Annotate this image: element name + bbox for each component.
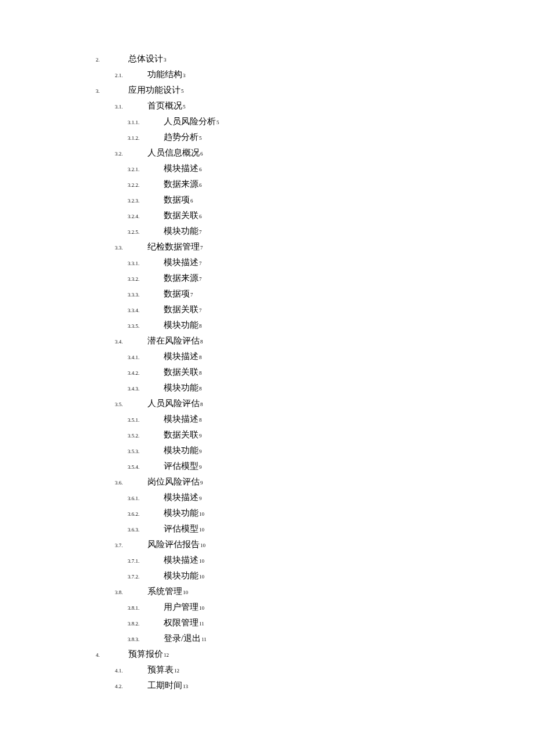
toc-entry: 3.8.1.用户管理10 xyxy=(96,599,534,615)
toc-entry: 3.1.2.趋势分析5 xyxy=(96,129,534,145)
toc-entry-number: 3.5.2. xyxy=(128,428,164,444)
toc-entry-page: 10 xyxy=(199,569,204,585)
toc-entry-number: 3.7. xyxy=(115,538,147,554)
toc-entry-page: 3 xyxy=(183,68,186,84)
toc-entry: 3.8.系统管理10 xyxy=(96,584,534,599)
toc-entry: 3.5.人员风险评估8 xyxy=(96,396,534,411)
toc-entry-page: 9 xyxy=(199,460,202,475)
toc-entry-title: 数据关联 xyxy=(164,364,199,380)
toc-entry-title: 总体设计 xyxy=(128,51,163,67)
toc-entry: 3.6.2.模块功能10 xyxy=(96,505,534,521)
toc-entry-title: 模块描述 xyxy=(164,349,199,364)
toc-entry-number: 3.6.3. xyxy=(128,522,164,538)
toc-entry-number: 3.8.2. xyxy=(128,616,164,632)
toc-entry-title: 评估模型 xyxy=(164,458,199,474)
toc-entry-title: 趋势分析 xyxy=(164,129,199,145)
toc-entry: 2.总体设计3 xyxy=(96,51,534,67)
toc-entry-title: 潜在风险评估 xyxy=(147,333,200,349)
toc-entry-number: 3.3.3. xyxy=(128,287,164,303)
toc-entry-page: 6 xyxy=(200,146,203,162)
toc-entry-page: 8 xyxy=(199,413,202,428)
toc-entry-number: 3.8. xyxy=(115,585,147,601)
toc-entry-page: 12 xyxy=(174,663,179,679)
toc-entry-page: 9 xyxy=(200,475,203,491)
toc-entry-page: 11 xyxy=(201,632,207,648)
toc-entry-title: 岗位风险评估 xyxy=(147,474,200,490)
toc-entry-page: 6 xyxy=(199,162,202,178)
toc-entry: 3.6.1.模块描述9 xyxy=(96,490,534,505)
toc-entry-title: 纪检数据管理 xyxy=(147,239,200,255)
toc-entry-title: 模块描述 xyxy=(164,552,199,568)
toc-entry: 3.1.首页概况5 xyxy=(96,98,534,114)
toc-entry-title: 模块功能 xyxy=(164,568,199,584)
toc-entry: 3.2.5.模块功能7 xyxy=(96,223,534,239)
toc-entry-title: 首页概况 xyxy=(147,98,182,114)
toc-entry-title: 模块功能 xyxy=(164,380,199,396)
toc-entry-page: 8 xyxy=(199,319,202,334)
toc-entry: 3.7.2.模块功能10 xyxy=(96,568,534,584)
toc-entry: 3.4.2.数据关联8 xyxy=(96,364,534,380)
toc-entry-title: 人员风险分析 xyxy=(164,114,216,129)
toc-entry-number: 3.1. xyxy=(115,99,147,115)
toc-entry-page: 8 xyxy=(200,397,203,413)
toc-entry: 3.5.3.模块功能9 xyxy=(96,443,534,458)
toc-entry-page: 10 xyxy=(199,522,204,538)
toc-entry: 3.3.5.模块功能8 xyxy=(96,317,534,333)
toc-entry-title: 模块描述 xyxy=(164,411,199,427)
toc-entry-page: 13 xyxy=(183,679,188,694)
toc-entry: 3.4.3.模块功能8 xyxy=(96,380,534,396)
toc-entry-page: 7 xyxy=(200,240,203,256)
toc-entry-page: 8 xyxy=(199,381,202,397)
toc-entry-page: 9 xyxy=(199,444,202,460)
toc-entry: 3.5.4.评估模型9 xyxy=(96,458,534,474)
toc-entry-page: 5 xyxy=(181,84,184,99)
toc-entry: 3.3.3.数据项7 xyxy=(96,286,534,302)
toc-entry: 3.3.4.数据关联7 xyxy=(96,302,534,317)
toc-entry-number: 3.4. xyxy=(115,334,147,350)
toc-entry-page: 10 xyxy=(199,601,204,616)
toc-entry-page: 8 xyxy=(199,366,202,381)
toc-entry-page: 12 xyxy=(164,648,169,663)
toc-entry-page: 7 xyxy=(190,287,193,303)
toc-entry-title: 风险评估报告 xyxy=(147,537,200,552)
toc-entry-title: 数据关联 xyxy=(164,208,199,223)
toc-entry-title: 应用功能设计 xyxy=(128,82,181,98)
toc-entry-title: 人员风险评估 xyxy=(147,396,200,411)
toc-entry-title: 模块功能 xyxy=(164,317,199,333)
toc-entry-number: 3.7.1. xyxy=(128,554,164,569)
toc-entry-number: 3. xyxy=(96,84,128,99)
toc-entry: 3.6.3.评估模型10 xyxy=(96,521,534,537)
toc-entry: 3.2.3.数据项6 xyxy=(96,192,534,208)
toc-entry-number: 3.2.5. xyxy=(128,225,164,240)
toc-entry-number: 3.6. xyxy=(115,475,147,491)
toc-entry-number: 3.6.1. xyxy=(128,491,164,507)
toc-entry-title: 用户管理 xyxy=(164,599,199,615)
toc-entry-page: 7 xyxy=(199,272,202,287)
toc-entry-page: 10 xyxy=(183,585,188,601)
toc-entry: 3.3.1.模块描述7 xyxy=(96,255,534,270)
toc-entry-number: 4.2. xyxy=(115,679,147,694)
toc-entry-number: 3.4.3. xyxy=(128,381,164,397)
toc-entry-title: 预算报价 xyxy=(128,646,163,662)
toc-entry-title: 数据来源 xyxy=(164,270,199,286)
toc-entry-title: 系统管理 xyxy=(147,584,182,599)
toc-entry-number: 3.2. xyxy=(115,146,147,162)
toc-entry-number: 4.1. xyxy=(115,663,147,679)
toc-entry-title: 权限管理 xyxy=(164,615,199,631)
toc-entry: 3.8.2.权限管理11 xyxy=(96,615,534,631)
toc-entry-page: 5 xyxy=(183,99,186,115)
toc-entry-number: 3.2.1. xyxy=(128,162,164,178)
toc-entry: 2.1.功能结构3 xyxy=(96,67,534,82)
toc-entry-page: 8 xyxy=(199,350,202,366)
toc-entry-title: 数据关联 xyxy=(164,302,199,317)
toc-entry: 3.7.1.模块描述10 xyxy=(96,552,534,568)
toc-entry-title: 模块功能 xyxy=(164,223,199,239)
toc-entry: 4.2.工期时间13 xyxy=(96,678,534,693)
toc-entry: 3.1.1.人员风险分析5 xyxy=(96,114,534,129)
toc-entry: 3.应用功能设计5 xyxy=(96,82,534,98)
toc-entry-title: 模块描述 xyxy=(164,255,199,270)
toc-entry-title: 数据项 xyxy=(164,286,190,302)
toc-entry-number: 3.2.4. xyxy=(128,209,164,225)
toc-entry-number: 3.2.3. xyxy=(128,193,164,209)
toc-entry-title: 数据来源 xyxy=(164,176,199,192)
